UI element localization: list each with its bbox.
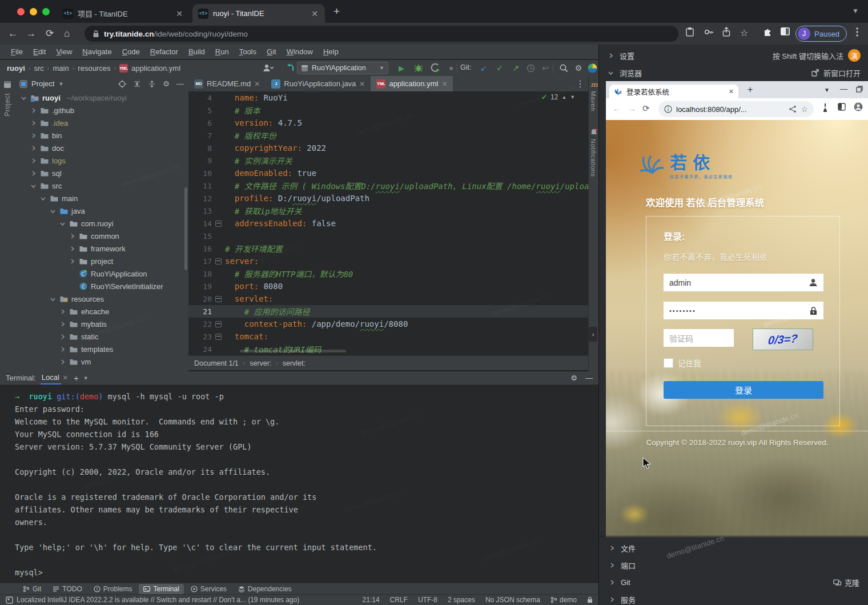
password-field[interactable]: •••••••• [664, 302, 823, 319]
breadcrumb-item-application.yml[interactable]: application.yml [131, 64, 180, 73]
reader-mode-icon[interactable] [838, 103, 846, 111]
tree-item-src[interactable]: src [15, 179, 188, 192]
menu-item-navigate[interactable]: Navigate [77, 47, 116, 56]
expand-panel-chevron-button[interactable]: › [589, 327, 597, 342]
editor-hscrollbar[interactable] [240, 350, 346, 352]
tree-item-mybatis[interactable]: mybatis [15, 318, 188, 330]
chevron-down-icon[interactable] [39, 195, 47, 202]
chevron-right-icon[interactable] [58, 346, 66, 353]
mac-minimize-button[interactable] [30, 8, 37, 15]
terminal-settings-gear-icon[interactable]: ⚙ [570, 374, 577, 382]
terminal-tab-local[interactable]: Local✕ [41, 373, 69, 383]
chevron-right-icon[interactable] [29, 145, 37, 152]
code-line-23[interactable]: 23 tomcat: [188, 330, 588, 343]
code-editor[interactable]: 4 name: RuoYi5 # 版本6 version: 4.7.57 # 版… [188, 91, 588, 355]
home-icon[interactable]: ⌂ [64, 27, 70, 40]
code-line-13[interactable]: 13 # 获取ip地址开关 [188, 205, 588, 217]
menu-item-help[interactable]: Help [318, 47, 344, 56]
fold-marker-icon[interactable] [215, 258, 222, 265]
tree-item-RuoYiApplication[interactable]: CRuoYiApplication [15, 267, 188, 280]
tree-item-common[interactable]: common [15, 230, 188, 242]
close-icon[interactable]: ✕ [254, 80, 260, 88]
terminal-output[interactable]: → ruoyi git:(demo) mysql -h mysql -u roo… [0, 385, 598, 580]
embedded-tabs-chevron-icon[interactable]: ▼ [824, 87, 830, 93]
section-browser[interactable]: 浏览器 新窗口打开 [599, 64, 868, 81]
menu-item-view[interactable]: View [51, 47, 77, 56]
embedded-star-icon[interactable]: ☆ [801, 105, 808, 114]
menu-item-git[interactable]: Git [262, 47, 282, 56]
embedded-restore-icon[interactable] [856, 86, 863, 93]
open-new-window-label[interactable]: 新窗口打开 [823, 67, 861, 78]
code-line-10[interactable]: 10 demoEnabled: true [188, 167, 588, 179]
code-line-11[interactable]: 11 # 文件路径 示例 ( Windows配置D:/ruoyi/uploadP… [188, 179, 588, 192]
run-configuration-select[interactable]: RuoYiApplication ▼ [297, 62, 388, 74]
status-item-2[interactable]: UTF-8 [418, 596, 437, 604]
browser-tab-ruoyi[interactable]: <t> ruoyi - TitanIDE ✕ [192, 4, 325, 23]
doc-breadcrumb-1[interactable]: server: [250, 359, 271, 367]
toolwindow-button-services[interactable]: Services [186, 584, 231, 594]
status-message[interactable]: Localized IntelliJ IDEA 2022.2.2 is avai… [17, 596, 299, 604]
status-lock-icon[interactable] [587, 596, 593, 603]
chevron-right-icon[interactable] [29, 119, 37, 127]
doc-breadcrumb-2[interactable]: servlet: [283, 359, 306, 367]
stop-button[interactable]: ■ [445, 62, 457, 74]
menu-item-build[interactable]: Build [183, 47, 210, 56]
history-clock-icon[interactable] [524, 62, 537, 74]
collapse-all-icon[interactable] [148, 80, 156, 88]
editor-tab-README.md[interactable]: MDREADME.md✕ [188, 76, 266, 91]
status-item-4[interactable]: No JSON schema [485, 596, 540, 604]
tree-item-sql[interactable]: sql [15, 167, 188, 179]
inspections-widget[interactable]: ✓ 12 ▲ ▼ [541, 93, 575, 101]
close-icon[interactable]: ✕ [63, 374, 68, 381]
extensions-puzzle-icon[interactable] [763, 27, 773, 37]
embedded-minimize-icon[interactable]: — [840, 85, 847, 93]
terminal-hide-icon[interactable]: — [585, 374, 593, 382]
editor-tab-RuoYiApplication.java[interactable]: JRuoYiApplication.java✕ [266, 76, 371, 91]
breadcrumb-item-resources[interactable]: resources [78, 64, 110, 73]
doc-breadcrumb-0[interactable]: Document 1/1 [194, 359, 239, 367]
tree-item-main[interactable]: main [15, 192, 188, 205]
side-panel-icon[interactable] [780, 27, 790, 36]
section-端口[interactable]: 端口 [599, 556, 868, 574]
chevron-down-icon[interactable] [19, 94, 27, 102]
toolwindow-button-terminal[interactable]: Terminal [139, 584, 183, 594]
chevron-down-icon[interactable] [58, 220, 66, 227]
maven-icon[interactable]: m [590, 81, 598, 89]
section-文件[interactable]: 文件 [599, 539, 868, 556]
tree-item-ruoyi[interactable]: ruoyi~/workspace/ruoyi [15, 91, 188, 104]
chevron-down-icon[interactable] [49, 295, 57, 303]
embedded-reload-icon[interactable]: ⟳ [642, 103, 650, 114]
code-line-4[interactable]: 4 name: RuoYi [188, 91, 588, 104]
search-everywhere-icon[interactable] [557, 62, 570, 74]
section-settings[interactable]: 设置 按 Shift 键切换输入法 演 [599, 47, 868, 64]
chevron-right-icon[interactable] [58, 320, 66, 328]
next-problem-chevron-icon[interactable]: ▼ [570, 94, 575, 100]
ide-sphere-icon[interactable] [586, 62, 598, 74]
code-line-17[interactable]: 17server: [188, 255, 588, 267]
key-icon[interactable] [704, 27, 714, 37]
fold-marker-icon[interactable] [215, 296, 222, 302]
code-line-24[interactable]: 24 # tomcat的URI编码 [188, 343, 588, 355]
info-icon[interactable] [664, 105, 672, 113]
locate-file-icon[interactable] [118, 80, 126, 88]
tree-item-bin[interactable]: bin [15, 129, 188, 142]
chevron-right-icon[interactable] [68, 233, 76, 240]
tree-item-logs[interactable]: logs [15, 154, 188, 167]
prev-problem-chevron-icon[interactable]: ▲ [561, 94, 566, 100]
tree-scrollbar[interactable] [184, 187, 187, 270]
section-服务[interactable]: 服务 [599, 591, 868, 605]
embedded-new-tab-button[interactable]: + [748, 85, 753, 95]
embedded-forward-icon[interactable]: → [628, 103, 636, 113]
editor-tab-application.yml[interactable]: YMLapplication.yml✕ [371, 76, 453, 91]
chevron-right-icon[interactable] [58, 333, 66, 340]
chevron-right-icon[interactable] [29, 170, 37, 177]
section-Git[interactable]: Git克隆 [599, 574, 868, 591]
code-line-16[interactable]: 16# 开发环境配置 [188, 242, 588, 255]
reload-icon[interactable]: ⟳ [46, 27, 54, 40]
browser-menu-kebab-icon[interactable] [855, 27, 859, 37]
panel-settings-gear-icon[interactable]: ⚙ [163, 79, 170, 88]
chevron-right-icon[interactable] [29, 107, 37, 114]
captcha-image[interactable]: 0/3=? [753, 328, 813, 350]
code-line-19[interactable]: 19 port: 8080 [188, 280, 588, 293]
code-line-21[interactable]: 21 # 应用的访问路径 [188, 305, 588, 318]
